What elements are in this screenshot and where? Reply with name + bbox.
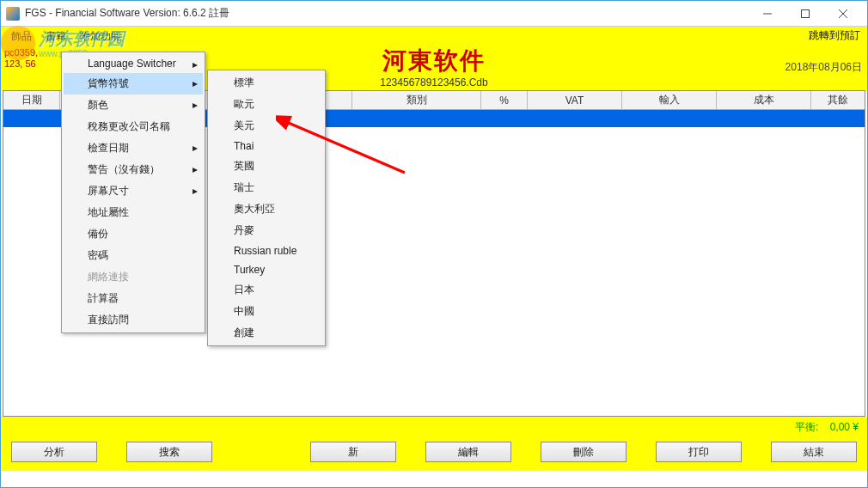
button-row: 分析 搜索 新 編輯 刪除 打印 結束 (1, 436, 867, 471)
settings-menu-item-8[interactable]: 備份 (64, 223, 203, 245)
app-icon (6, 7, 20, 21)
edit-button[interactable]: 編輯 (425, 442, 511, 462)
settings-menu: Language Switcher▸貨幣符號▸顏色▸稅務更改公司名稱檢查日期▸警… (61, 52, 205, 333)
currency-menu-item-11[interactable]: 中國 (210, 301, 323, 322)
balance-label: 平衡: 0,00 ¥ (1, 417, 867, 436)
currency-submenu: 標準歐元美元Thai英國瑞士奧大利亞丹麥Russian rubleTurkey日… (207, 70, 326, 346)
settings-menu-item-2[interactable]: 顏色▸ (64, 95, 203, 116)
currency-menu-item-5[interactable]: 瑞士 (210, 177, 323, 198)
col-percent[interactable]: % (481, 91, 528, 109)
settings-menu-item-5[interactable]: 警告（沒有錢）▸ (64, 159, 203, 180)
settings-menu-item-4[interactable]: 檢查日期▸ (64, 137, 203, 159)
bottom-band: 平衡: 0,00 ¥ 分析 搜索 新 編輯 刪除 打印 結束 (1, 417, 867, 471)
settings-menu-item-11[interactable]: 計算器 (64, 288, 203, 309)
search-button[interactable]: 搜索 (126, 442, 212, 462)
settings-menu-item-3[interactable]: 稅務更改公司名稱 (64, 116, 203, 137)
new-button[interactable]: 新 (310, 442, 396, 462)
settings-menu-item-1[interactable]: 貨幣符號▸ (64, 73, 203, 95)
settings-menu-item-12[interactable]: 直接訪問 (64, 309, 203, 331)
settings-menu-item-10: 網絡連接 (64, 266, 203, 288)
jump-to-booking-link[interactable]: 跳轉到預訂 (809, 28, 860, 43)
delete-button[interactable]: 刪除 (541, 442, 627, 462)
menu-bar: 飾品 書籍 附加功能 跳轉到預訂 (1, 27, 867, 46)
currency-menu-item-4[interactable]: 英國 (210, 156, 323, 177)
col-vat[interactable]: VAT (528, 91, 622, 109)
balance-value: 0,00 ¥ (830, 421, 859, 433)
currency-menu-item-12[interactable]: 創建 (210, 322, 323, 344)
submenu-arrow-icon: ▸ (193, 185, 198, 197)
submenu-arrow-icon: ▸ (193, 142, 198, 154)
end-button[interactable]: 結束 (771, 442, 857, 462)
analyze-button[interactable]: 分析 (11, 442, 97, 462)
currency-menu-item-6[interactable]: 奧大利亞 (210, 198, 323, 220)
menu-ornaments[interactable]: 飾品 (4, 27, 39, 46)
col-date[interactable]: 日期 (3, 91, 60, 109)
minimize-button[interactable] (749, 2, 786, 26)
close-button[interactable] (824, 2, 862, 26)
currency-menu-item-10[interactable]: 日本 (210, 279, 323, 301)
currency-menu-item-3[interactable]: Thai (210, 137, 323, 156)
submenu-arrow-icon: ▸ (193, 163, 198, 175)
settings-menu-item-7[interactable]: 地址屬性 (64, 202, 203, 223)
currency-menu-item-1[interactable]: 歐元 (210, 94, 323, 115)
print-button[interactable]: 打印 (656, 442, 742, 462)
svg-rect-0 (802, 9, 810, 17)
window-title: FGS - Financial Software Version: 6.6.2 … (25, 6, 749, 21)
currency-menu-item-8[interactable]: Russian ruble (210, 241, 323, 260)
currency-menu-item-9[interactable]: Turkey (210, 260, 323, 279)
col-input[interactable]: 輸入 (622, 91, 717, 109)
currency-menu-item-0[interactable]: 標準 (210, 72, 323, 94)
header-left-line1: pc0359, (4, 47, 38, 58)
col-other[interactable]: 其餘 (811, 91, 865, 109)
menu-books[interactable]: 書籍 (39, 27, 73, 46)
submenu-arrow-icon: ▸ (193, 58, 198, 70)
menu-addons[interactable]: 附加功能 (73, 27, 128, 46)
maximize-button[interactable] (786, 2, 824, 26)
settings-menu-item-6[interactable]: 屏幕尺寸▸ (64, 180, 203, 202)
currency-menu-item-2[interactable]: 美元 (210, 115, 323, 137)
balance-caption: 平衡: (795, 421, 818, 433)
settings-menu-item-9[interactable]: 密碼 (64, 245, 203, 266)
col-category[interactable]: 類別 (352, 91, 481, 109)
submenu-arrow-icon: ▸ (193, 99, 198, 111)
header-left-line2: 123, 56 (4, 58, 36, 69)
header-left-meta: pc0359, 123, 56 (4, 47, 38, 70)
submenu-arrow-icon: ▸ (193, 77, 198, 89)
header-date: 2018年08月06日 (785, 60, 862, 75)
window-titlebar: FGS - Financial Software Version: 6.6.2 … (1, 1, 867, 27)
col-cost[interactable]: 成本 (717, 91, 811, 109)
settings-menu-item-0[interactable]: Language Switcher▸ (64, 54, 203, 73)
currency-menu-item-7[interactable]: 丹麥 (210, 220, 323, 241)
